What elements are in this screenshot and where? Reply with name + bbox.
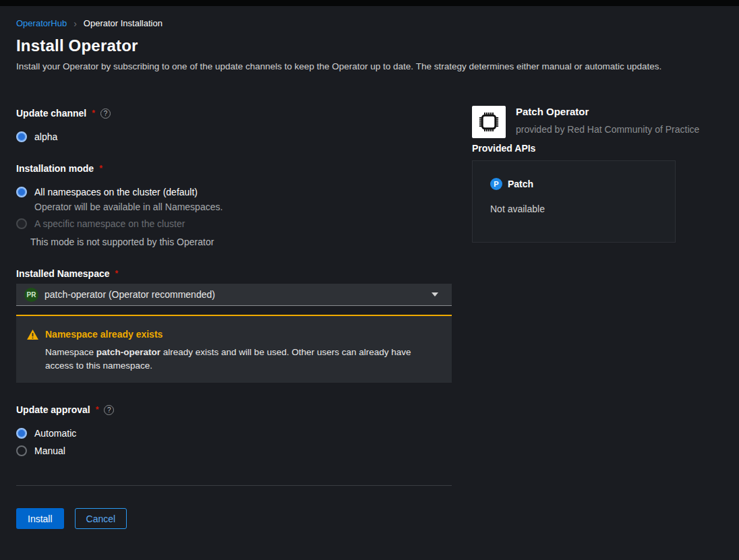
install-operator-page: OperatorHub › Operator Installation Inst… bbox=[0, 0, 739, 560]
radio-specific-namespace: A specific namespace on the cluster bbox=[16, 218, 185, 229]
radio-selected-icon[interactable] bbox=[16, 187, 27, 197]
provided-api-card: P Patch Not available bbox=[472, 160, 676, 243]
microchip-icon bbox=[476, 110, 502, 134]
alert-body-namespace: patch-operator bbox=[96, 347, 160, 357]
provided-apis-heading: Provided APIs bbox=[472, 143, 535, 154]
radio-disabled-icon bbox=[16, 218, 27, 229]
update-approval-label: Update approval * ? bbox=[16, 404, 114, 415]
provided-api-name: Patch bbox=[508, 179, 533, 189]
radio-channel-alpha[interactable]: alpha bbox=[16, 131, 57, 142]
install-button[interactable]: Install bbox=[16, 508, 64, 529]
all-namespaces-helper: Operator will be available in all Namesp… bbox=[34, 201, 223, 212]
required-asterisk: * bbox=[99, 164, 102, 173]
installation-mode-label-text: Installation mode bbox=[16, 163, 94, 174]
operator-provider: provided by Red Hat Community of Practic… bbox=[516, 124, 699, 135]
breadcrumb-separator-icon: › bbox=[73, 19, 77, 28]
breadcrumb-current: Operator Installation bbox=[84, 18, 162, 28]
operator-name: Patch Operator bbox=[516, 106, 589, 117]
form-actions: Install Cancel bbox=[16, 508, 127, 529]
radio-approval-automatic-label: Automatic bbox=[34, 428, 76, 439]
help-icon[interactable]: ? bbox=[100, 108, 111, 119]
radio-approval-automatic[interactable]: Automatic bbox=[16, 428, 76, 439]
required-asterisk: * bbox=[115, 269, 119, 278]
alert-body-prefix: Namespace bbox=[45, 347, 96, 357]
alert-title: Namespace already exists bbox=[45, 329, 162, 340]
required-asterisk: * bbox=[92, 108, 95, 118]
installation-mode-label: Installation mode * bbox=[16, 163, 102, 174]
radio-channel-alpha-label: alpha bbox=[34, 131, 57, 142]
radio-all-namespaces-label: All namespaces on the cluster (default) bbox=[34, 187, 198, 197]
provided-api-header: P Patch bbox=[490, 178, 533, 190]
radio-selected-icon[interactable] bbox=[16, 428, 27, 439]
breadcrumb: OperatorHub › Operator Installation bbox=[16, 18, 162, 28]
chevron-down-icon bbox=[432, 292, 438, 297]
installed-namespace-select[interactable]: PR patch-operator (Operator recommended) bbox=[16, 284, 452, 306]
namespace-exists-alert: Namespace already exists Namespace patch… bbox=[16, 315, 452, 383]
radio-unselected-icon[interactable] bbox=[16, 445, 27, 456]
alert-body: Namespace patch-operator already exists … bbox=[45, 346, 436, 373]
installed-namespace-label: Installed Namespace * bbox=[16, 268, 118, 279]
update-channel-label: Update channel * ? bbox=[16, 108, 111, 119]
provided-api-availability: Not available bbox=[490, 204, 545, 214]
required-asterisk: * bbox=[96, 405, 99, 414]
warning-triangle-icon bbox=[27, 330, 38, 340]
operator-logo bbox=[472, 106, 506, 138]
specific-namespace-helper: This mode is not supported by this Opera… bbox=[30, 237, 214, 247]
radio-selected-icon[interactable] bbox=[16, 131, 27, 142]
installed-namespace-label-text: Installed Namespace bbox=[16, 268, 110, 279]
help-icon[interactable]: ? bbox=[104, 405, 114, 415]
form-divider bbox=[16, 485, 452, 486]
update-approval-label-text: Update approval bbox=[16, 404, 90, 415]
page-title: Install Operator bbox=[16, 36, 138, 55]
project-resource-badge: PR bbox=[24, 288, 38, 302]
page-description: Install your Operator by subscribing to … bbox=[16, 61, 724, 71]
update-channel-label-text: Update channel bbox=[16, 108, 86, 119]
top-masthead-strip bbox=[0, 0, 739, 6]
radio-approval-manual-label: Manual bbox=[34, 445, 65, 456]
radio-specific-namespace-label: A specific namespace on the cluster bbox=[34, 218, 185, 229]
radio-approval-manual[interactable]: Manual bbox=[16, 445, 65, 456]
patch-resource-badge: P bbox=[490, 178, 502, 190]
cancel-button[interactable]: Cancel bbox=[75, 508, 127, 529]
breadcrumb-link-operatorhub[interactable]: OperatorHub bbox=[16, 18, 67, 28]
installed-namespace-value: patch-operator (Operator recommended) bbox=[45, 289, 425, 300]
radio-all-namespaces[interactable]: All namespaces on the cluster (default) bbox=[16, 187, 198, 197]
